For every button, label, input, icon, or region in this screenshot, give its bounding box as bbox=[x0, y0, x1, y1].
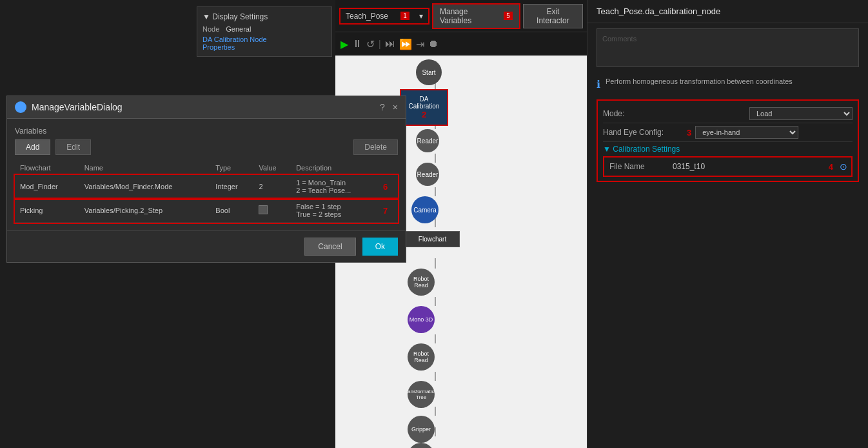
info-text: Perform homogeneous transformation betwe… bbox=[606, 77, 859, 85]
display-settings-panel: Display Settings Node General DA Calibra… bbox=[197, 6, 332, 57]
info-row: ℹ Perform homogeneous transformation bet… bbox=[587, 72, 868, 96]
transform-node[interactable]: ansformatio Tree bbox=[408, 381, 435, 408]
badge-7: 7 bbox=[383, 206, 388, 216]
gripper1-label: Gripper bbox=[411, 426, 431, 433]
badge-3: 3 bbox=[687, 128, 691, 137]
variables-table: Flowchart Name Type Value Description Mo… bbox=[15, 161, 398, 223]
mono3d-node[interactable]: Mono 3D bbox=[408, 306, 435, 333]
mono3d-label: Mono 3D bbox=[409, 316, 433, 323]
badge-4: 4 bbox=[826, 162, 836, 172]
da-calibration-link[interactable]: DA Calibration Node bbox=[202, 36, 326, 43]
row1-description: 1 = Mono_Train2 = Teach Pose... bbox=[291, 175, 378, 199]
mode-row: Mode: Load bbox=[603, 105, 853, 123]
dialog-controls: ? × bbox=[380, 102, 398, 112]
display-settings-title: Display Settings bbox=[202, 12, 326, 21]
col-type: Type bbox=[210, 161, 253, 175]
gripper2-node[interactable]: Gripper bbox=[408, 443, 435, 448]
comments-area[interactable]: Comments bbox=[597, 28, 859, 67]
hand-eye-dropdown[interactable]: eye-in-hand bbox=[695, 126, 798, 139]
row1-name: Variables/Mod_Finder.Mode bbox=[79, 175, 211, 199]
comments-placeholder: Comments bbox=[602, 35, 636, 43]
dialog-title-text: ManageVariableDialog bbox=[32, 102, 123, 112]
dialog-footer: Cancel Ok bbox=[7, 230, 406, 262]
dialog-body: Variables Add Edit Delete Flowchart Name… bbox=[7, 119, 406, 230]
robot-read1-node[interactable]: Robot Read bbox=[408, 269, 435, 296]
start-label: Start bbox=[422, 69, 435, 76]
row1-type: Integer bbox=[210, 175, 253, 199]
row2-name: Variables/Picking.2_Step bbox=[79, 199, 211, 223]
ok-button[interactable]: Ok bbox=[362, 238, 398, 256]
hand-eye-label: Hand Eye Config: bbox=[603, 128, 687, 137]
robot-read2-node[interactable]: Robot Read bbox=[408, 343, 435, 371]
properties-section: Mode: Load Hand Eye Config: 3 eye-in-han… bbox=[597, 99, 859, 182]
fast-forward-button[interactable]: ⇥ bbox=[416, 38, 424, 50]
camera-label: Camera bbox=[413, 207, 437, 214]
dropdown-arrow-icon: ▾ bbox=[419, 12, 423, 21]
reader2-node[interactable]: Reader bbox=[416, 163, 439, 186]
da-calib-label: DACalibration bbox=[409, 96, 440, 110]
row1-value: 2 bbox=[253, 175, 291, 199]
col-description: Description bbox=[291, 161, 378, 175]
info-icon: ℹ bbox=[597, 78, 600, 90]
play-button[interactable]: ▶ bbox=[340, 38, 348, 50]
da-calibration-node[interactable]: ▶ DACalibration 2 bbox=[400, 89, 448, 126]
row2-description: False = 1 stepTrue = 2 steps bbox=[291, 199, 378, 223]
file-name-label: File Name bbox=[604, 162, 669, 171]
table-row[interactable]: Picking Variables/Picking.2_Step Bool Fa… bbox=[15, 199, 398, 223]
record-button[interactable]: ⏺ bbox=[428, 38, 439, 50]
mode-dropdown[interactable]: Load bbox=[749, 107, 853, 120]
skip-forward-button[interactable]: ⏩ bbox=[399, 38, 412, 50]
teach-pose-dropdown[interactable]: Teach_Pose 1 ▾ bbox=[339, 8, 429, 25]
manage-variable-dialog: ManageVariableDialog ? × Variables Add E… bbox=[6, 96, 406, 263]
row2-flowchart: Picking bbox=[15, 199, 79, 223]
bool-checkbox[interactable] bbox=[259, 205, 268, 214]
reader1-node[interactable]: Reader bbox=[416, 129, 439, 152]
flowchart-label: Flowchart bbox=[419, 236, 446, 243]
add-variable-button[interactable]: Add bbox=[15, 139, 50, 155]
dialog-help-button[interactable]: ? bbox=[380, 102, 385, 112]
hand-eye-row: Hand Eye Config: 3 eye-in-hand bbox=[603, 123, 853, 142]
dialog-icon bbox=[15, 101, 26, 113]
col-name: Name bbox=[79, 161, 211, 175]
cancel-button[interactable]: Cancel bbox=[304, 238, 355, 256]
properties-link[interactable]: Properties bbox=[202, 43, 326, 51]
row2-type: Bool bbox=[210, 199, 253, 223]
file-name-row: File Name 0315_t10 4 ⊙ bbox=[603, 156, 853, 177]
playback-bar: ▶ ⏸ ↺ | ⏭ ⏩ ⇥ ⏺ bbox=[335, 32, 516, 56]
refresh-button[interactable]: ↺ bbox=[366, 38, 375, 50]
calibration-section-title: Calibration Settings bbox=[603, 142, 680, 156]
variables-label: Variables bbox=[15, 127, 398, 136]
top-toolbar: Teach_Pose 1 ▾ Manage Variables 5 Exit I… bbox=[335, 0, 587, 32]
file-name-value: 0315_t10 bbox=[669, 162, 826, 171]
node-value: General bbox=[226, 25, 251, 33]
start-node[interactable]: Start bbox=[416, 59, 442, 85]
row1-flowchart: Mod_Finder bbox=[15, 175, 79, 199]
table-row[interactable]: Mod_Finder Variables/Mod_Finder.Mode Int… bbox=[15, 175, 398, 199]
badge-5: 5 bbox=[504, 12, 513, 20]
var-toolbar: Add Edit Delete bbox=[15, 139, 398, 155]
gripper1-node[interactable]: Gripper bbox=[408, 416, 435, 443]
file-browse-button[interactable]: ⊙ bbox=[836, 160, 851, 173]
edit-variable-button[interactable]: Edit bbox=[55, 139, 91, 155]
manage-vars-label: Manage Variables bbox=[440, 7, 498, 25]
right-panel: Teach_Pose.da_calibration_node Comments … bbox=[587, 0, 868, 448]
badge-1: 1 bbox=[400, 12, 409, 20]
dropdown-label: Teach_Pose bbox=[346, 12, 388, 21]
dialog-close-button[interactable]: × bbox=[393, 102, 398, 112]
exit-interactor-button[interactable]: Exit Interactor bbox=[523, 4, 583, 28]
node-label: Node bbox=[202, 25, 219, 33]
col-value: Value bbox=[253, 161, 291, 175]
reader1-label: Reader bbox=[417, 137, 439, 145]
pause-button[interactable]: ⏸ bbox=[352, 38, 362, 50]
robot-read2-label: Robot Read bbox=[408, 351, 435, 363]
robot-read1-label: Robot Read bbox=[408, 276, 435, 289]
manage-variables-button[interactable]: Manage Variables 5 bbox=[432, 3, 520, 29]
right-panel-title: Teach_Pose.da_calibration_node bbox=[587, 0, 868, 23]
mode-label: Mode: bbox=[603, 109, 687, 118]
flowchart-node[interactable]: Flowchart bbox=[405, 231, 460, 247]
camera-node[interactable]: Camera bbox=[411, 196, 439, 223]
row2-value bbox=[253, 199, 291, 223]
step-button[interactable]: ⏭ bbox=[385, 38, 395, 50]
reader2-label: Reader bbox=[417, 171, 439, 178]
delete-variable-button[interactable]: Delete bbox=[353, 139, 398, 155]
